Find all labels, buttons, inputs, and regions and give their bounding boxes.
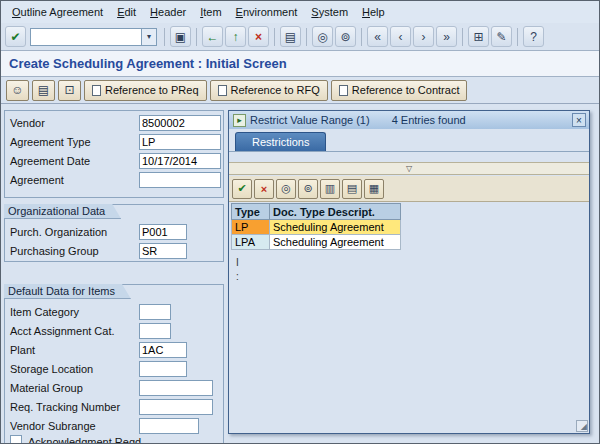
table-header-row: Type Doc. Type Descript. <box>232 204 401 220</box>
menu-environment[interactable]: Environment <box>229 3 305 21</box>
agreement-date-label: Agreement Date <box>10 153 90 169</box>
acct-assignment-cat-input[interactable] <box>139 323 171 339</box>
new-session-icon[interactable]: ⊞ <box>468 26 489 47</box>
stray-mark: : <box>236 271 239 282</box>
toolbar-separator <box>306 28 307 46</box>
print-icon[interactable]: ▤ <box>342 179 362 199</box>
doc-type-cell[interactable]: LPA <box>232 235 270 250</box>
exit-icon[interactable]: ↑ <box>225 26 246 47</box>
collapse-divider[interactable]: ▽ <box>229 162 589 175</box>
previous-page-icon[interactable]: ‹ <box>390 26 411 47</box>
acknowledgment-checkbox[interactable] <box>10 435 22 444</box>
command-input[interactable] <box>30 28 142 46</box>
filter-caret-icon: ▽ <box>406 164 412 173</box>
doc-type-cell[interactable]: LP <box>232 220 270 235</box>
purchasing-group-label: Purchasing Group <box>10 243 99 259</box>
menu-item[interactable]: Item <box>193 3 228 21</box>
vendor-input[interactable] <box>139 115 221 131</box>
column-header-type: Type <box>232 204 270 220</box>
item-category-label: Item Category <box>10 304 79 320</box>
tab-restrictions[interactable]: Restrictions <box>235 132 326 151</box>
find-icon[interactable]: ◎ <box>312 26 333 47</box>
vendor-subrange-label: Vendor Subrange <box>10 418 96 434</box>
next-page-icon[interactable]: › <box>413 26 434 47</box>
stray-mark: I <box>236 257 239 268</box>
find-next-icon[interactable]: ⊚ <box>298 179 318 199</box>
organizational-data-title: Organizational Data <box>4 204 121 219</box>
req-tracking-number-input[interactable] <box>139 399 213 415</box>
dialog-toolbar: ✔ × ◎ ⊚ ▥ ▤ ▦ <box>229 176 589 202</box>
print-preview-icon[interactable]: ▤ <box>32 80 55 101</box>
item-category-input[interactable] <box>139 304 171 320</box>
enter-icon[interactable]: ✔ <box>5 26 26 47</box>
material-group-label: Material Group <box>10 380 83 396</box>
column-header-description: Doc. Type Descript. <box>270 204 401 220</box>
document-icon <box>218 85 227 96</box>
plant-input[interactable] <box>139 342 187 358</box>
reference-to-rfq-button[interactable]: Reference to RFQ <box>210 80 328 101</box>
header-fields-group: Vendor Agreement Type Agreement Date Agr… <box>4 110 224 198</box>
cancel-icon[interactable]: × <box>248 26 269 47</box>
material-group-input[interactable] <box>139 380 213 396</box>
purch-organization-label: Purch. Organization <box>10 224 107 240</box>
first-page-icon[interactable]: « <box>367 26 388 47</box>
print-icon[interactable]: ▤ <box>280 26 301 47</box>
doc-type-description-cell[interactable]: Scheduling Agreement <box>270 235 401 250</box>
agreement-type-label: Agreement Type <box>10 134 91 150</box>
req-tracking-number-label: Req. Tracking Number <box>10 399 120 415</box>
doc-type-description-cell[interactable]: Scheduling Agreement <box>270 220 401 235</box>
copy-icon[interactable]: ⊡ <box>58 80 81 101</box>
find-next-icon[interactable]: ⊚ <box>335 26 356 47</box>
help-icon[interactable]: ? <box>523 26 544 47</box>
menu-system[interactable]: System <box>304 3 355 21</box>
back-icon[interactable]: ← <box>202 26 223 47</box>
reference-to-preq-button[interactable]: Reference to PReq <box>84 80 207 101</box>
create-shortcut-icon[interactable]: ✎ <box>491 26 512 47</box>
menu-bar: Outline Agreement Edit Header Item Envir… <box>1 1 599 23</box>
last-page-icon[interactable]: » <box>436 26 457 47</box>
cancel-icon[interactable]: × <box>254 179 274 199</box>
agreement-input[interactable] <box>139 172 221 188</box>
dialog-title-bar[interactable]: ▸ Restrict Value Range (1) 4 Entries fou… <box>229 111 589 129</box>
storage-location-input[interactable] <box>139 361 187 377</box>
purch-organization-input[interactable] <box>139 224 187 240</box>
purchasing-group-input[interactable] <box>139 243 187 259</box>
agreement-type-input[interactable] <box>139 134 221 150</box>
menu-edit[interactable]: Edit <box>110 3 143 21</box>
vendor-label: Vendor <box>10 115 45 131</box>
restrict-value-range-dialog: ▸ Restrict Value Range (1) 4 Entries fou… <box>228 110 590 434</box>
acknowledgment-label: Acknowledgment Reqd <box>28 434 141 444</box>
acct-assignment-cat-label: Acct Assignment Cat. <box>10 323 115 339</box>
table-settings-icon[interactable]: ▦ <box>364 179 384 199</box>
close-icon[interactable]: × <box>572 113 586 127</box>
resize-grip[interactable]: ◢ <box>576 420 588 432</box>
vendor-subrange-input[interactable] <box>139 418 199 434</box>
table-row[interactable]: LPA Scheduling Agreement <box>232 235 401 250</box>
reference-to-contract-label: Reference to Contract <box>352 84 460 96</box>
sap-window: Outline Agreement Edit Header Item Envir… <box>0 0 600 444</box>
menu-outline-agreement[interactable]: Outline Agreement <box>5 3 110 21</box>
sort-icon[interactable]: ▥ <box>320 179 340 199</box>
entries-found-status: 4 Entries found <box>392 114 466 126</box>
toolbar-separator <box>517 28 518 46</box>
reference-to-rfq-label: Reference to RFQ <box>231 84 320 96</box>
person-icon[interactable]: ☺ <box>6 80 29 101</box>
reference-to-preq-label: Reference to PReq <box>105 84 199 96</box>
confirm-icon[interactable]: ✔ <box>232 179 252 199</box>
document-icon <box>339 85 348 96</box>
menu-header[interactable]: Header <box>143 3 193 21</box>
toolbar-separator <box>164 28 165 46</box>
tab-strip-divider <box>229 151 589 152</box>
default-data-title: Default Data for Items <box>4 284 131 299</box>
doc-type-table: Type Doc. Type Descript. LP Scheduling A… <box>231 203 401 250</box>
table-row[interactable]: LP Scheduling Agreement <box>232 220 401 235</box>
find-icon[interactable]: ◎ <box>276 179 296 199</box>
dialog-title: Restrict Value Range (1) <box>250 114 370 126</box>
page-title: Create Scheduling Agreement : Initial Sc… <box>9 56 287 71</box>
document-icon <box>92 85 101 96</box>
menu-help[interactable]: Help <box>355 3 392 21</box>
save-icon[interactable]: ▣ <box>170 26 191 47</box>
reference-to-contract-button[interactable]: Reference to Contract <box>331 80 468 101</box>
chevron-down-icon[interactable]: ▾ <box>142 28 157 46</box>
agreement-date-input[interactable] <box>139 153 221 169</box>
